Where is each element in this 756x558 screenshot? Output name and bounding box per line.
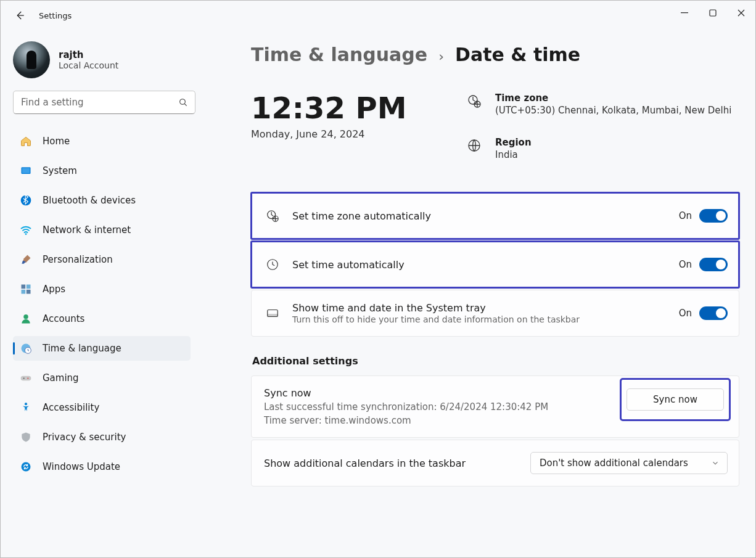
current-date: Monday, June 24, 2024 [251,128,467,140]
nav-label: Time & language [43,343,121,354]
setting-sub: Turn this off to hide your time and date… [292,314,679,324]
profile[interactable]: rajth Local Account [13,41,191,78]
card-set-timezone-auto: Set time zone automatically On [251,192,739,239]
region-info: Region India [467,137,731,160]
content: Time & language › Date & time 12:32 PM M… [198,30,755,557]
nav-apps[interactable]: Apps [13,277,191,302]
accessibility-icon [19,401,33,414]
svg-point-6 [25,233,27,235]
crumb-parent[interactable]: Time & language [251,44,427,65]
window-title: Settings [39,11,72,20]
update-icon [19,461,33,473]
nav-label: Gaming [43,372,79,384]
nav-system[interactable]: System [13,158,191,183]
svg-rect-14 [21,376,31,381]
toggle-state: On [679,210,692,221]
sidebar: rajth Local Account Home System Bluetoot… [1,30,198,557]
nav-home[interactable]: Home [13,129,191,154]
region-label: Region [495,137,532,148]
svg-point-16 [27,377,28,379]
nav-privacy[interactable]: Privacy & security [13,425,191,449]
sync-heading: Sync now [264,387,624,399]
person-icon [19,313,33,325]
tz-value: (UTC+05:30) Chennai, Kolkata, Mumbai, Ne… [495,105,731,116]
nav-accessibility[interactable]: Accessibility [13,395,191,420]
svg-rect-4 [22,168,30,173]
svg-rect-1 [710,10,716,16]
system-icon [19,165,33,177]
nav-label: Windows Update [43,461,120,472]
card-calendars: Show additional calendars in the taskbar… [251,440,739,486]
card-set-time-auto: Set time automatically On [251,241,739,288]
card-sync: Sync now Last successful time synchroniz… [251,375,739,438]
arrow-left-icon [14,10,25,21]
nav-network[interactable]: Network & internet [13,218,191,242]
setting-label: Show additional calendars in the taskbar [264,457,466,469]
maximize-button[interactable] [699,1,727,25]
card-tray: Show time and date in the System tray Tu… [251,290,739,337]
svg-rect-10 [27,290,31,294]
svg-rect-8 [27,285,31,289]
svg-point-11 [23,314,28,319]
calendars-dropdown[interactable]: Don't show additional calendars [530,452,728,474]
timezone-info: Time zone (UTC+05:30) Chennai, Kolkata, … [467,92,731,116]
setting-label: Set time automatically [292,259,679,271]
page-title: Date & time [455,44,580,65]
toggle-time-auto[interactable] [699,258,728,271]
clock-icon [264,258,281,271]
nav-label: Bluetooth & devices [43,195,136,206]
region-value: India [495,149,532,160]
svg-point-17 [25,403,27,405]
toggle-state: On [679,308,692,319]
nav-label: Accounts [43,313,84,324]
tz-label: Time zone [495,92,731,104]
nav-bluetooth[interactable]: Bluetooth & devices [13,188,191,213]
nav-label: Network & internet [43,224,131,236]
nav: Home System Bluetooth & devices Network … [13,129,191,479]
svg-rect-26 [268,314,278,317]
section-additional: Additional settings [252,355,739,367]
setting-label: Show time and date in the System tray [292,302,679,314]
minimize-icon [681,9,688,17]
nav-label: Apps [43,284,65,295]
chevron-right-icon: › [438,49,444,64]
sync-highlight: Sync now [622,380,729,419]
nav-personalization[interactable]: Personalization [13,247,191,272]
avatar [13,41,50,78]
svg-rect-9 [22,290,26,294]
clock-globe-icon [264,209,281,223]
nav-label: Accessibility [43,402,99,413]
current-time: 12:32 PM [251,92,467,123]
toggle-tz-auto[interactable] [699,209,728,223]
gamepad-icon [19,372,33,384]
search [13,91,195,114]
back-button[interactable] [14,10,25,21]
setting-label: Set time zone automatically [292,210,679,222]
nav-label: System [43,165,77,176]
toggle-tray[interactable] [699,306,728,320]
nav-accounts[interactable]: Accounts [13,306,191,331]
titlebar: Settings [1,1,755,30]
sync-last: Last successful time synchronization: 6/… [264,401,624,412]
minimize-button[interactable] [670,1,699,25]
svg-point-2 [180,99,186,105]
nav-label: Personalization [43,254,113,265]
sync-now-button[interactable]: Sync now [627,388,724,411]
svg-point-15 [23,377,25,379]
wifi-icon [19,224,33,236]
nav-update[interactable]: Windows Update [13,454,191,479]
chevron-down-icon [711,459,720,467]
svg-point-18 [22,462,31,472]
taskbar-icon [264,306,281,320]
maximize-icon [709,9,717,17]
toggle-state: On [679,259,692,270]
search-icon [178,97,188,107]
sync-server: Time server: time.windows.com [264,415,624,426]
time-summary: 12:32 PM Monday, June 24, 2024 Time zone… [251,92,739,160]
nav-gaming[interactable]: Gaming [13,366,191,390]
settings-window: Settings rajth Local Account Home System [0,0,756,558]
close-button[interactable] [727,1,755,25]
nav-time-language[interactable]: Time & language [13,336,191,361]
clock-globe-icon [467,92,483,116]
search-input[interactable] [13,91,195,114]
